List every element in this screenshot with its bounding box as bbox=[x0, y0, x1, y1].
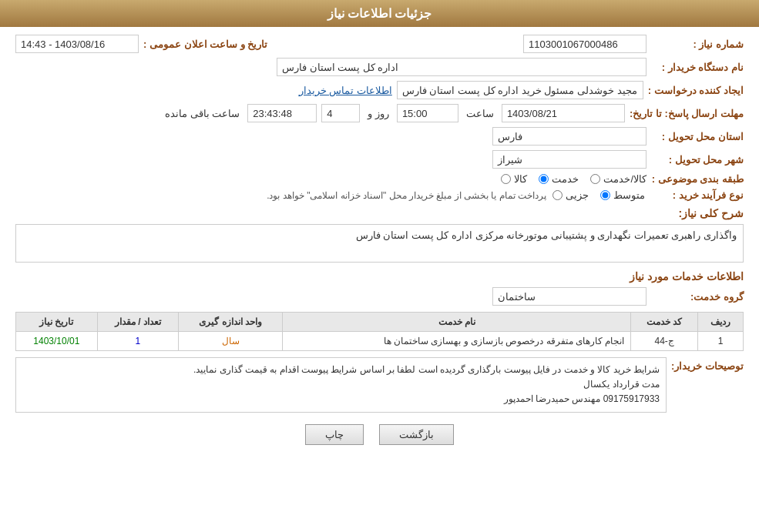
buyer-notes-section: توصیحات خریدار: شرایط خرید کالا و خدمت د… bbox=[15, 357, 744, 413]
need-number-row: شماره نیاز : 1103001067000486 تاریخ و سا… bbox=[15, 35, 744, 53]
col-unit: واحد اندازه گیری bbox=[179, 313, 283, 332]
days-label: روز و bbox=[368, 108, 389, 119]
response-days-field: 4 bbox=[321, 104, 360, 122]
cell-row-num: 1 bbox=[698, 332, 744, 351]
deadline-label: مهلت ارسال پاسخ: تا تاریخ: bbox=[630, 108, 744, 119]
back-button[interactable]: بازگشت bbox=[379, 424, 454, 445]
col-row-num: ردیف bbox=[698, 313, 744, 332]
need-description-row: شرح کلی نیاز: bbox=[15, 207, 744, 219]
category-radio-group: کالا/خدمت خدمت کالا bbox=[501, 173, 646, 185]
service-group-label: گروه خدمت: bbox=[651, 291, 744, 303]
table-header-row: ردیف کد خدمت نام خدمت واحد اندازه گیری ت… bbox=[16, 313, 744, 332]
remaining-label: ساعت باقی مانده bbox=[165, 108, 240, 119]
contact-link[interactable]: اطلاعات تماس خریدار bbox=[299, 85, 392, 96]
need-number-field: 1103001067000486 bbox=[523, 35, 646, 53]
table-row: 1 ج-44 انجام کارهای متفرقه درخصوص بازساز… bbox=[16, 332, 744, 351]
purchase-type-medium[interactable]: متوسط bbox=[600, 189, 645, 201]
city-field: شیراز bbox=[492, 150, 646, 169]
need-description-box: واگذاری راهبری تعمیرات نگهداری و پشتیبان… bbox=[15, 224, 744, 263]
purchase-type-row: نوع فرآیند خرید : متوسط جزیی پرداخت تمام… bbox=[15, 189, 744, 201]
announce-date-label: تاریخ و ساعت اعلان عمومی : bbox=[143, 38, 267, 50]
content-area: شماره نیاز : 1103001067000486 تاریخ و سا… bbox=[0, 27, 759, 464]
col-quantity: تعداد / مقدار bbox=[97, 313, 179, 332]
buyer-org-row: نام دستگاه خریدار : اداره کل پست استان ف… bbox=[15, 58, 744, 76]
category-row: طبقه بندی موضوعی : کالا/خدمت خدمت کالا bbox=[15, 173, 744, 185]
response-time-field: 15:00 bbox=[397, 104, 458, 122]
buyer-org-label: نام دستگاه خریدار : bbox=[651, 62, 744, 73]
announce-date-field: 1403/08/16 - 14:43 bbox=[15, 35, 139, 53]
cell-quantity: 1 bbox=[97, 332, 179, 351]
creator-row: ایجاد کننده درخواست : مجید خوشدلی مسئول … bbox=[15, 81, 744, 99]
cell-unit: سال bbox=[179, 332, 283, 351]
page-wrapper: جزئیات اطلاعات نیاز شماره نیاز : 1103001… bbox=[0, 0, 759, 532]
buyer-org-field: اداره کل پست استان فارس bbox=[277, 58, 646, 76]
purchase-note: پرداخت تمام یا بخشی از مبلغ خریدار محل "… bbox=[267, 190, 546, 201]
col-service-name: نام خدمت bbox=[283, 313, 631, 332]
buyer-notes-label: توصیحات خریدار: bbox=[671, 357, 744, 372]
province-field: فارس bbox=[492, 127, 646, 146]
page-header: جزئیات اطلاعات نیاز bbox=[0, 0, 759, 27]
page-title: جزئیات اطلاعات نیاز bbox=[327, 7, 432, 20]
category-radio-goods-services[interactable] bbox=[590, 174, 600, 184]
service-group-field: ساختمان bbox=[492, 287, 646, 306]
cell-date: 1403/10/01 bbox=[16, 332, 98, 351]
cell-service-name: انجام کارهای متفرقه درخصوص بازسازی و بهس… bbox=[283, 332, 631, 351]
deadline-row: مهلت ارسال پاسخ: تا تاریخ: 1403/08/21 سا… bbox=[15, 104, 744, 122]
category-option-goods-services[interactable]: کالا/خدمت bbox=[590, 173, 646, 185]
category-radio-goods[interactable] bbox=[501, 174, 511, 184]
purchase-type-label: نوع فرآیند خرید : bbox=[651, 189, 744, 201]
buyer-notes-box: شرایط خرید کالا و خدمت در فایل پیوست بار… bbox=[15, 357, 667, 413]
need-description-section: شرح کلی نیاز: واگذاری راهبری تعمیرات نگه… bbox=[15, 207, 744, 263]
purchase-radio-medium[interactable] bbox=[600, 190, 610, 200]
purchase-type-radio-group: متوسط جزیی bbox=[552, 189, 645, 201]
col-date: تاریخ نیاز bbox=[16, 313, 98, 332]
need-number-label: شماره نیاز : bbox=[651, 38, 744, 50]
province-label: استان محل تحویل : bbox=[651, 131, 744, 142]
category-radio-service[interactable] bbox=[539, 174, 549, 184]
cell-service-code: ج-44 bbox=[631, 332, 698, 351]
city-row: شهر محل تحویل : شیراز bbox=[15, 150, 744, 169]
print-button[interactable]: چاپ bbox=[305, 424, 364, 445]
service-group-row: گروه خدمت: ساختمان bbox=[15, 287, 744, 306]
col-service-code: کد خدمت bbox=[631, 313, 698, 332]
purchase-type-partial[interactable]: جزیی bbox=[552, 189, 589, 201]
services-table: ردیف کد خدمت نام خدمت واحد اندازه گیری ت… bbox=[15, 312, 744, 351]
response-date-field: 1403/08/21 bbox=[502, 104, 625, 122]
remaining-time-field: 23:43:48 bbox=[247, 104, 317, 122]
purchase-radio-partial[interactable] bbox=[552, 190, 563, 200]
need-description-label: شرح کلی نیاز: bbox=[674, 207, 744, 219]
creator-label: ایجاد کننده درخواست : bbox=[648, 85, 744, 96]
time-label: ساعت bbox=[466, 108, 494, 119]
footer-buttons: بازگشت چاپ bbox=[15, 424, 744, 445]
category-label: طبقه بندی موضوعی : bbox=[651, 173, 744, 185]
province-row: استان محل تحویل : فارس bbox=[15, 127, 744, 146]
category-option-goods[interactable]: کالا bbox=[501, 173, 527, 185]
city-label: شهر محل تحویل : bbox=[651, 154, 744, 166]
services-section-title: اطلاعات خدمات مورد نیاز bbox=[15, 270, 744, 283]
category-option-service[interactable]: خدمت bbox=[539, 173, 579, 185]
creator-field: مجید خوشدلی مسئول خرید اداره کل پست استا… bbox=[397, 81, 643, 99]
